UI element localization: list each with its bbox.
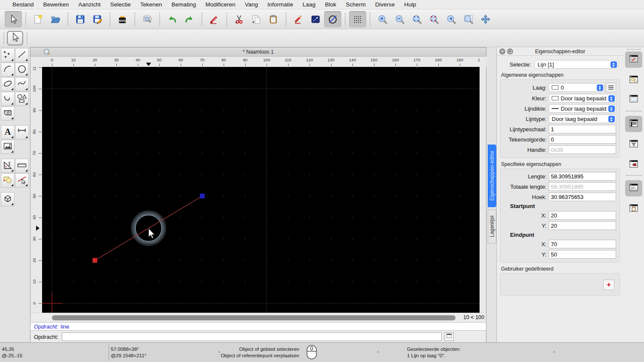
menu-item-bestand[interactable]: Bestand: [8, 1, 39, 8]
general-section-label: Algemeene eigenschappen: [501, 72, 623, 78]
previous-view-button[interactable]: [443, 11, 460, 27]
menu-item-laag[interactable]: Laag: [298, 1, 320, 8]
h-ruler-tick: [116, 63, 117, 66]
linetype-scale-field[interactable]: [549, 125, 616, 133]
menu-item-scherm[interactable]: Scherm: [341, 1, 371, 8]
toolbar-drag-handle[interactable]: [3, 33, 4, 44]
selection-pointer-button[interactable]: [7, 31, 23, 45]
paste-button[interactable]: [265, 11, 282, 27]
h-ruler-label: 160: [392, 57, 399, 62]
hatch-tool-button[interactable]: [1, 106, 15, 121]
draw-order-field-label: Tekenvolgorde:: [502, 136, 549, 143]
polyline-tool-button[interactable]: [1, 92, 15, 106]
drawing-canvas[interactable]: [42, 67, 480, 313]
horizontal-scrollbar: 10 < 100: [30, 313, 486, 322]
point-tool-button[interactable]: [1, 48, 15, 62]
selection-filter-toggle[interactable]: [625, 136, 642, 153]
image-tool-button[interactable]: [1, 140, 15, 154]
modify-tool-button[interactable]: [15, 173, 29, 187]
layer-menu-button[interactable]: [606, 83, 616, 92]
ellipse-line-button[interactable]: [324, 11, 341, 27]
scrollbar-thumb[interactable]: [52, 315, 456, 320]
zoom-window-button[interactable]: [460, 11, 477, 27]
menu-item-bewerken[interactable]: Bewerken: [39, 1, 74, 8]
text-tool-button[interactable]: A: [1, 125, 15, 139]
zoom-selection-button[interactable]: [425, 11, 443, 27]
pan-button[interactable]: [477, 11, 494, 27]
tab-properties-editor[interactable]: Eigenschappen-editor: [488, 145, 496, 207]
layer-dropdown[interactable]: 0: [549, 83, 605, 92]
grid-toggle-button[interactable]: [349, 11, 366, 27]
block-tool-button[interactable]: [1, 173, 15, 187]
draw-button[interactable]: [290, 11, 307, 27]
end-x-field[interactable]: [549, 240, 616, 248]
text-tool-icon: A: [3, 127, 13, 139]
copy-button[interactable]: [248, 11, 265, 27]
user-defined-group: +: [500, 273, 620, 296]
zoom-in-button[interactable]: [374, 11, 391, 27]
circle-tool-button[interactable]: [15, 63, 29, 77]
menu-item-vang[interactable]: Vang: [240, 1, 263, 8]
shape-tool-button[interactable]: [15, 92, 29, 106]
command-line-toggle[interactable]: [625, 180, 642, 196]
line-settings-button[interactable]: [307, 11, 324, 27]
measure-tool-button[interactable]: [15, 159, 29, 173]
new-document-button[interactable]: [30, 11, 47, 27]
color-dropdown[interactable]: Door laag bepaald: [549, 94, 616, 103]
svg-export-button[interactable]: SVG: [114, 11, 131, 27]
menu-item-aanzicht[interactable]: Aanzicht: [74, 1, 106, 8]
print-preview-button[interactable]: [139, 11, 156, 27]
toolbar-drag-handle[interactable]: [27, 33, 27, 44]
start-y-field[interactable]: [549, 221, 616, 230]
length-field[interactable]: [549, 172, 616, 181]
menu-item-selectie[interactable]: Selectie: [105, 1, 135, 8]
tab-layer-list[interactable]: Lagenlijst: [488, 209, 496, 244]
menu-item-hulp[interactable]: Hulp: [399, 1, 421, 8]
zoom-out-button[interactable]: [391, 11, 408, 27]
spline-tool-button[interactable]: [15, 77, 29, 91]
dock-drag-handle[interactable]: [627, 49, 641, 50]
linetype-dropdown[interactable]: Door laag bepaald: [549, 115, 616, 123]
arc-tool-button[interactable]: [1, 63, 15, 77]
auto-zoom-button[interactable]: [408, 11, 425, 27]
misc-draw-tool-button[interactable]: [1, 159, 15, 173]
printprev-icon: [142, 14, 152, 24]
selection-dropdown[interactable]: Lijn [1]: [535, 60, 618, 69]
toolbar-separator: [159, 13, 160, 26]
start-x-field[interactable]: [549, 211, 616, 220]
menu-item-tekenen[interactable]: Tekenen: [135, 1, 167, 8]
add-property-button[interactable]: +: [603, 280, 614, 290]
drawing-window-titlebar: * Naamloos 1: [30, 48, 486, 57]
view-list-toggle[interactable]: [625, 91, 642, 108]
open-file-button[interactable]: [47, 11, 64, 27]
undo-button[interactable]: [164, 11, 181, 27]
lineweight-dropdown[interactable]: Door laag bepaald: [549, 104, 616, 113]
menu-item-informatie[interactable]: Informatie: [263, 1, 298, 8]
menu-item-modificeren[interactable]: Modificeren: [201, 1, 240, 8]
command-input[interactable]: [62, 332, 442, 341]
selection-arrow-button[interactable]: [5, 11, 22, 27]
v-ruler-label: 100: [32, 85, 36, 92]
line-tool-button[interactable]: [15, 48, 29, 62]
save-as-button[interactable]: [89, 11, 106, 27]
menu-item-blok[interactable]: Blok: [320, 1, 341, 8]
clipboard-toggle[interactable]: [625, 201, 642, 217]
angle-field[interactable]: [549, 193, 616, 201]
save-button[interactable]: [72, 11, 89, 27]
layer-list-toggle[interactable]: [625, 116, 642, 132]
end-y-field[interactable]: [549, 250, 616, 259]
property-editor-toggle[interactable]: [625, 51, 642, 68]
command-panel-button[interactable]: [444, 332, 454, 341]
eindpunt-heading: Eindpunt: [510, 232, 616, 238]
delete-button[interactable]: [206, 11, 223, 27]
cut-button[interactable]: [231, 11, 248, 27]
library-browser-toggle[interactable]: [625, 157, 642, 173]
block-list-toggle[interactable]: [625, 72, 642, 88]
draw-order-field[interactable]: [549, 135, 616, 144]
ellipse-tool-button[interactable]: [1, 77, 15, 91]
menu-item-bemating[interactable]: Bemating: [167, 1, 200, 8]
dimension-tool-button[interactable]: [15, 125, 29, 139]
redo-button[interactable]: [181, 11, 198, 27]
menu-item-diverse[interactable]: Diverse: [371, 1, 400, 8]
solid-tool-button[interactable]: [1, 192, 15, 206]
